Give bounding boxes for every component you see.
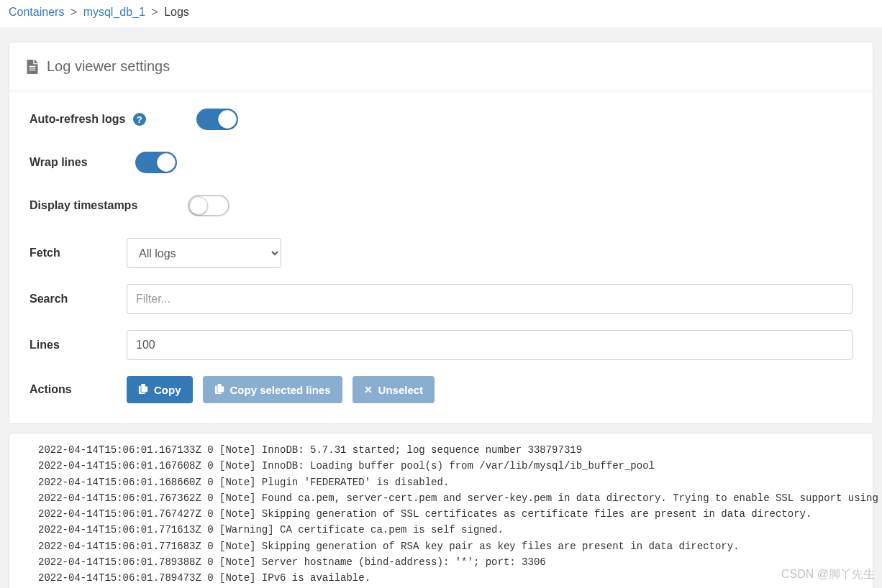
help-icon[interactable]: ? xyxy=(133,113,146,126)
log-line[interactable]: 2022-04-14T15:06:01.771613Z 0 [Warning] … xyxy=(15,522,867,538)
breadcrumb-sep: > xyxy=(151,6,158,18)
label-lines: Lines xyxy=(29,339,127,352)
breadcrumb: Containers > mysql_db_1 > Logs xyxy=(0,0,882,27)
breadcrumb-containers[interactable]: Containers xyxy=(9,6,64,18)
row-lines: Lines xyxy=(29,330,853,360)
copy-icon xyxy=(214,384,224,396)
toggle-auto-refresh[interactable] xyxy=(196,109,238,130)
label-search: Search xyxy=(29,293,127,306)
log-line[interactable]: 2022-04-14T15:06:01.167608Z 0 [Note] Inn… xyxy=(15,458,867,474)
label-display-timestamps: Display timestamps xyxy=(29,199,173,212)
unselect-button[interactable]: ✕ Unselect xyxy=(353,376,435,403)
copy-selected-button[interactable]: Copy selected lines xyxy=(203,376,342,403)
lines-input[interactable] xyxy=(127,330,853,360)
label-wrap-lines: Wrap lines xyxy=(29,156,127,169)
row-fetch: Fetch All logs xyxy=(29,238,853,268)
log-line[interactable]: 2022-04-14T15:06:01.168660Z 0 [Note] Plu… xyxy=(15,474,867,490)
label-fetch: Fetch xyxy=(29,247,127,259)
row-wrap-lines: Wrap lines xyxy=(29,152,853,173)
log-viewer-settings-panel: Log viewer settings Auto-refresh logs ? … xyxy=(9,42,873,424)
breadcrumb-container-name[interactable]: mysql_db_1 xyxy=(83,6,145,18)
copy-button[interactable]: Copy xyxy=(127,376,193,403)
breadcrumb-current: Logs xyxy=(164,6,189,18)
row-search: Search xyxy=(29,284,853,314)
file-icon xyxy=(27,60,38,74)
log-line[interactable]: 2022-04-14T15:06:01.167133Z 0 [Note] Inn… xyxy=(15,442,867,458)
log-line[interactable]: 2022-04-14T15:06:01.771683Z 0 [Note] Ski… xyxy=(15,538,867,554)
log-output-panel: 2022-04-14T15:06:01.167133Z 0 [Note] Inn… xyxy=(9,433,873,588)
log-line[interactable]: 2022-04-14T15:06:01.767427Z 0 [Note] Ski… xyxy=(15,506,867,522)
breadcrumb-sep: > xyxy=(71,6,77,18)
panel-header: Log viewer settings xyxy=(9,42,873,91)
panel-title: Log viewer settings xyxy=(47,58,170,75)
copy-icon xyxy=(138,384,148,396)
label-auto-refresh: Auto-refresh logs ? xyxy=(29,113,173,127)
toggle-wrap-lines[interactable] xyxy=(135,152,177,173)
row-display-timestamps: Display timestamps xyxy=(29,195,853,216)
row-actions: Actions Copy Copy selected lines ✕ Unsel… xyxy=(29,376,853,403)
log-line[interactable]: 2022-04-14T15:06:01.767362Z 0 [Note] Fou… xyxy=(15,490,867,506)
row-auto-refresh: Auto-refresh logs ? xyxy=(29,109,853,130)
fetch-select[interactable]: All logs xyxy=(127,238,281,268)
search-input[interactable] xyxy=(127,284,853,314)
log-line[interactable]: 2022-04-14T15:06:01.789473Z 0 [Note] IPv… xyxy=(15,570,867,586)
log-line[interactable]: 2022-04-14T15:06:01.789388Z 0 [Note] Ser… xyxy=(15,554,867,570)
label-actions: Actions xyxy=(29,383,127,396)
toggle-display-timestamps[interactable] xyxy=(188,195,229,216)
close-icon: ✕ xyxy=(364,384,373,395)
